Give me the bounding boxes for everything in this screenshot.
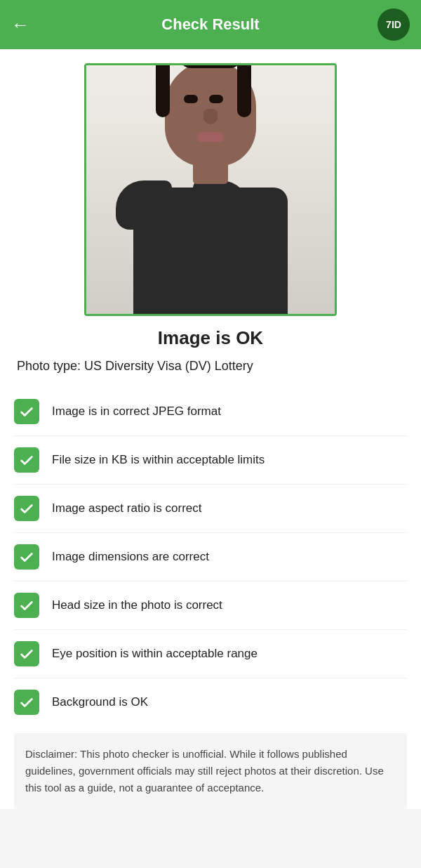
app-header: ← Check Result 7ID — [0, 0, 421, 49]
figure-hair-top — [179, 65, 242, 68]
check-icon-dimensions — [14, 544, 39, 570]
figure-eye-left — [184, 95, 198, 103]
photo-wrapper — [14, 63, 407, 316]
check-item-dimensions: Image dimensions are correct — [14, 533, 407, 581]
check-icon-filesize — [14, 447, 39, 473]
check-item-background: Background is OK — [14, 678, 407, 726]
check-icon-eyepos — [14, 641, 39, 666]
photo-frame — [84, 63, 337, 316]
check-text-jpeg: Image is in correct JPEG format — [52, 404, 221, 419]
photo-image — [86, 65, 335, 314]
figure-eye-right — [209, 95, 223, 103]
figure-hair-left — [156, 65, 170, 117]
check-icon-jpeg — [14, 399, 39, 424]
check-text-dimensions: Image dimensions are correct — [52, 549, 209, 565]
check-text-filesize: File size in KB is within acceptable lim… — [52, 452, 265, 468]
check-icon-background — [14, 690, 39, 715]
check-icon-aspect — [14, 496, 39, 521]
figure-shoulder-left — [116, 180, 172, 230]
figure-shoulder-right — [193, 180, 249, 230]
check-item-headsize: Head size in the photo is correct — [14, 581, 407, 630]
check-text-aspect: Image aspect ratio is correct — [52, 501, 202, 516]
figure-lips — [197, 132, 224, 142]
check-item-aspect: Image aspect ratio is correct — [14, 485, 407, 533]
disclaimer-text: Disclaimer: This photo checker is unoffi… — [25, 748, 384, 794]
back-button[interactable]: ← — [11, 14, 29, 36]
disclaimer-box: Disclaimer: This photo checker is unoffi… — [14, 733, 407, 809]
page-title: Check Result — [161, 15, 259, 34]
photo-type-label: Photo type: US Diversity Visa (DV) Lotte… — [14, 359, 407, 374]
check-text-background: Background is OK — [52, 695, 148, 710]
app-logo: 7ID — [377, 8, 410, 41]
main-content: Image is OK Photo type: US Diversity Vis… — [0, 49, 421, 809]
figure-nose — [203, 109, 218, 124]
check-icon-headsize — [14, 593, 39, 618]
status-title: Image is OK — [14, 327, 407, 349]
figure-hair-right — [237, 65, 251, 117]
check-list: Image is in correct JPEG format File siz… — [14, 388, 407, 726]
check-text-eyepos: Eye position is within acceptable range — [52, 646, 258, 662]
check-item-eyepos: Eye position is within acceptable range — [14, 630, 407, 678]
check-text-headsize: Head size in the photo is correct — [52, 598, 222, 613]
check-item-jpeg: Image is in correct JPEG format — [14, 388, 407, 436]
check-item-filesize: File size in KB is within acceptable lim… — [14, 436, 407, 485]
